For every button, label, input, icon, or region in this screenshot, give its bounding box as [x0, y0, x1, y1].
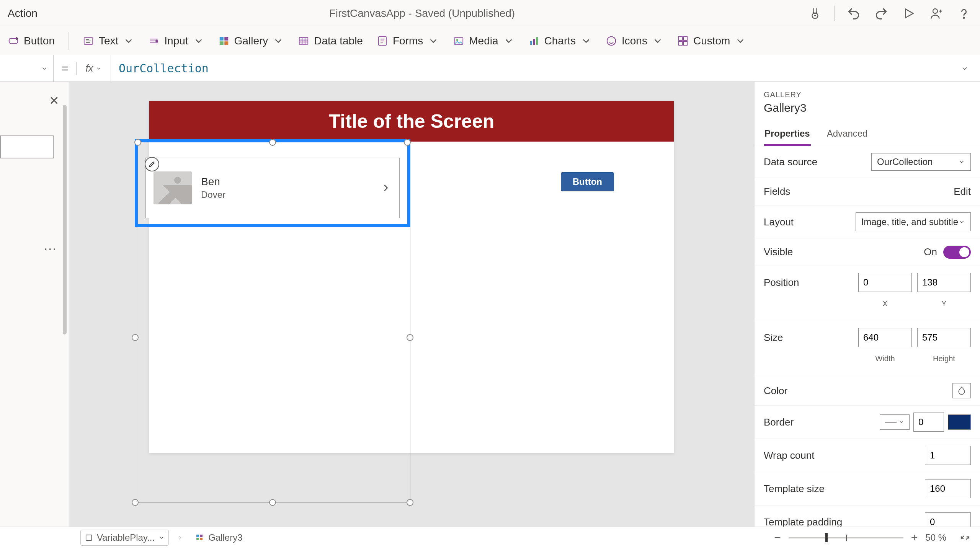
resize-handle[interactable]	[132, 499, 139, 506]
resize-handle[interactable]	[132, 334, 139, 341]
insert-datatable[interactable]: Data table	[298, 35, 363, 47]
canvas-area[interactable]: Title of the Screen Ben Dover	[69, 82, 754, 527]
zoom-value: 50 %	[925, 532, 946, 543]
breadcrumb-screen[interactable]: VariablePlay...	[80, 530, 169, 546]
insert-media[interactable]: Media	[453, 35, 514, 47]
prop-templatepadding-input[interactable]	[925, 512, 971, 527]
fx-button[interactable]: fx	[77, 55, 111, 82]
insert-icons[interactable]: Icons	[606, 35, 663, 47]
breadcrumb-separator-icon	[176, 534, 183, 541]
breadcrumb-control[interactable]: Gallery3	[191, 530, 247, 546]
gallery-body[interactable]	[135, 227, 410, 503]
fit-to-window-icon[interactable]	[959, 532, 971, 543]
close-panel-icon[interactable]: ✕	[49, 93, 59, 108]
gallery-control[interactable]: Ben Dover	[135, 139, 410, 503]
canvas-button[interactable]: Button	[561, 172, 614, 191]
resize-handle[interactable]	[269, 499, 276, 506]
insert-gallery-label: Gallery	[234, 35, 268, 47]
prop-border-style[interactable]	[880, 414, 910, 430]
prop-position-x[interactable]	[858, 273, 912, 292]
prop-border-color[interactable]	[948, 414, 971, 430]
prop-datasource-select[interactable]: OurCollection	[871, 153, 971, 171]
prop-wrapcount-label: Wrap count	[764, 450, 925, 462]
prop-templatesize-label: Template size	[764, 483, 925, 495]
tab-advanced[interactable]: Advanced	[826, 124, 869, 146]
prop-templatepadding-label: Template padding	[764, 516, 925, 527]
resize-handle[interactable]	[404, 139, 411, 146]
prop-size-label: Size	[764, 332, 858, 344]
svg-rect-26	[196, 538, 199, 540]
undo-icon[interactable]	[845, 5, 862, 22]
svg-marker-1	[906, 9, 913, 18]
scrollbar-thumb[interactable]	[63, 105, 67, 334]
redo-icon[interactable]	[873, 5, 890, 22]
formula-input[interactable]	[111, 55, 961, 82]
svg-point-6	[156, 40, 158, 42]
svg-rect-24	[196, 535, 199, 537]
svg-rect-7	[219, 37, 223, 41]
more-icon[interactable]: ···	[44, 241, 57, 256]
gallery-template-selection[interactable]: Ben Dover	[135, 139, 410, 227]
insert-custom[interactable]: Custom	[677, 35, 746, 47]
prop-visible-label: Visible	[764, 246, 924, 258]
play-icon[interactable]	[900, 5, 917, 22]
help-icon[interactable]	[956, 5, 972, 22]
insert-input[interactable]: Input	[148, 35, 204, 47]
insert-gallery[interactable]: Gallery	[218, 35, 284, 47]
item-subtitle: Dover	[201, 189, 225, 200]
prop-layout-select[interactable]: Image, title, and subtitle	[856, 212, 971, 231]
resize-handle[interactable]	[134, 139, 141, 146]
separator	[69, 32, 69, 50]
breadcrumb-control-label: Gallery3	[208, 532, 242, 543]
insert-button-label: Button	[24, 35, 55, 47]
search-box[interactable]	[0, 135, 54, 158]
prop-size-height[interactable]	[917, 328, 971, 347]
menu-action[interactable]: Action	[8, 7, 38, 20]
prop-color-picker[interactable]	[952, 383, 971, 398]
prop-fields-edit[interactable]: Edit	[954, 186, 971, 197]
prop-size-width[interactable]	[858, 328, 912, 347]
svg-rect-11	[299, 38, 308, 44]
prop-layout-label: Layout	[764, 212, 856, 228]
insert-custom-label: Custom	[693, 35, 730, 47]
zoom-in-icon[interactable]: +	[911, 531, 918, 544]
svg-point-14	[456, 39, 458, 41]
prop-templatesize-input[interactable]	[925, 479, 971, 498]
zoom-slider[interactable]	[789, 537, 903, 538]
edit-template-icon[interactable]	[145, 157, 159, 171]
insert-forms[interactable]: Forms	[377, 35, 439, 47]
app-screen: Title of the Screen Ben Dover	[149, 101, 674, 453]
app-checker-icon[interactable]	[807, 5, 823, 22]
sublabel-y: Y	[917, 299, 971, 308]
resize-handle[interactable]	[269, 139, 276, 146]
resize-handle[interactable]	[407, 499, 413, 506]
prop-visible-toggle[interactable]	[943, 246, 971, 259]
share-icon[interactable]	[928, 5, 945, 22]
sublabel-width: Width	[858, 354, 912, 363]
tab-properties[interactable]: Properties	[764, 124, 811, 146]
control-type-label: GALLERY	[764, 90, 971, 99]
prop-border-label: Border	[764, 416, 880, 428]
insert-button[interactable]: Button	[8, 35, 55, 47]
insert-input-label: Input	[164, 35, 188, 47]
formula-expand-icon[interactable]	[961, 65, 980, 72]
insert-charts-label: Charts	[544, 35, 576, 47]
prop-position-y[interactable]	[917, 273, 971, 292]
prop-border-width[interactable]	[913, 413, 944, 432]
prop-wrapcount-input[interactable]	[925, 446, 971, 465]
resize-handle[interactable]	[407, 334, 413, 341]
svg-rect-19	[679, 37, 683, 41]
svg-rect-10	[224, 41, 228, 45]
insert-text[interactable]: Text	[83, 35, 134, 47]
svg-rect-15	[530, 41, 532, 45]
chevron-right-icon[interactable]	[380, 182, 392, 194]
title-bar: Action FirstCanvasApp - Saved (Unpublish…	[0, 0, 980, 27]
gallery-item[interactable]: Ben Dover	[145, 158, 400, 218]
screen-title-label: Title of the Screen	[149, 101, 674, 142]
app-title: FirstCanvasApp - Saved (Unpublished)	[38, 7, 807, 20]
zoom-out-icon[interactable]: −	[774, 531, 781, 544]
control-name-label[interactable]: Gallery3	[764, 101, 971, 114]
insert-datatable-label: Data table	[314, 35, 363, 47]
property-selector[interactable]	[0, 55, 54, 82]
insert-charts[interactable]: Charts	[528, 35, 592, 47]
